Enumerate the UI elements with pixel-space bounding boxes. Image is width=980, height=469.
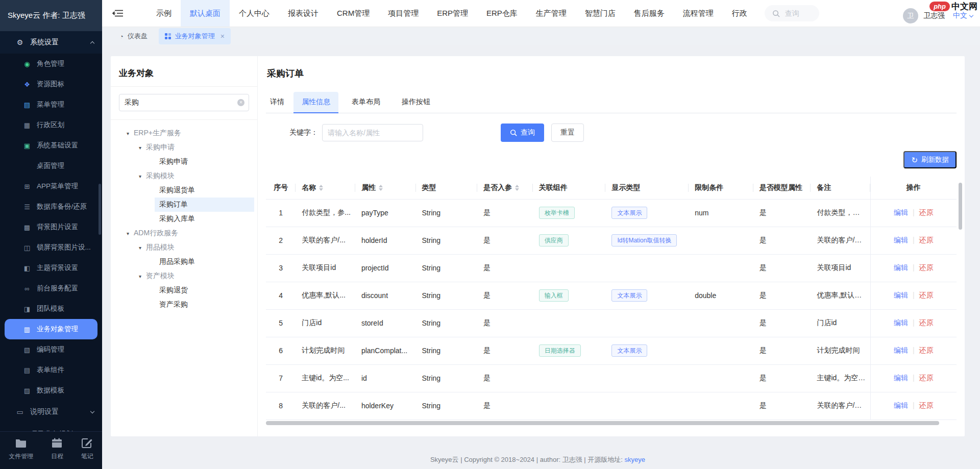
restore-link[interactable]: 还原 [919,291,934,299]
column-header-4[interactable]: 是否入参 [477,177,533,199]
tab-3[interactable]: 操作按钮 [394,92,438,113]
edit-link[interactable]: 编辑 [894,318,908,327]
sort-asc-icon[interactable] [319,185,323,187]
keyword-input[interactable] [322,124,423,141]
caret-down-icon[interactable]: ▾ [139,174,141,179]
reset-button[interactable]: 重置 [551,124,584,142]
restore-link[interactable]: 还原 [919,346,934,354]
sidebar-item-8[interactable]: ▩背景图片设置 [0,217,102,237]
page-tab-business-object[interactable]: 业务对象管理 × [159,28,231,44]
language-dropdown[interactable]: 中文 [953,11,973,20]
sort-icons[interactable] [319,185,323,191]
edit-link[interactable]: 编辑 [894,291,908,299]
nav-item-8[interactable]: 生产管理 [527,0,576,27]
collapse-sidebar-icon[interactable] [112,9,124,18]
refresh-data-button[interactable]: ↻ 刷新数据 [903,151,957,168]
tree-item-8[interactable]: ▾用品模块 [111,240,257,255]
caret-down-icon[interactable]: ▾ [139,274,141,279]
nav-item-9[interactable]: 智慧门店 [576,0,625,27]
sidebar-footer-item-0[interactable]: 文件管理 [9,438,33,461]
tree-search-input[interactable] [119,94,249,111]
tree-item-4[interactable]: 采购退货单 [111,183,257,198]
sidebar-item-12[interactable]: ◨团队模板 [0,299,102,319]
search-button[interactable]: 查询 [501,124,544,142]
sidebar-section-system-settings[interactable]: ⚙ 系统设置 [0,31,102,54]
edit-link[interactable]: 编辑 [894,236,908,244]
tree-item-0[interactable]: ▾ERP+生产服务 [111,126,257,140]
nav-item-10[interactable]: 售后服务 [625,0,674,27]
page-tab-dashboard[interactable]: ◔ 仪表盘 [113,28,154,44]
sidebar-item-7[interactable]: ☰数据库备份/还原 [0,196,102,217]
sort-desc-icon[interactable] [379,188,383,191]
sort-asc-icon[interactable] [379,185,383,187]
tree-item-11[interactable]: 采购退货 [111,283,257,298]
tree-item-2[interactable]: 采购申请 [111,155,257,169]
restore-link[interactable]: 还原 [919,236,934,244]
sidebar-item-5[interactable]: 桌面管理 [0,156,102,176]
caret-down-icon[interactable]: ▾ [139,245,141,251]
restore-link[interactable]: 还原 [919,401,934,409]
nav-search-input[interactable] [784,9,812,18]
restore-link[interactable]: 还原 [919,208,934,216]
sidebar-section-1[interactable]: ▤项目业务规划 [0,423,102,431]
sidebar-item-11[interactable]: ∞前台服务配置 [0,278,102,299]
tree-item-7[interactable]: ▾ADM行政服务 [111,226,257,240]
tab-2[interactable]: 表单布局 [344,92,388,113]
caret-down-icon[interactable]: ▾ [139,145,141,151]
sidebar-item-1[interactable]: ❖资源图标 [0,74,102,94]
sidebar-item-10[interactable]: ◧主题背景设置 [0,258,102,278]
nav-item-1[interactable]: 默认桌面 [181,0,230,27]
sidebar-item-4[interactable]: ▣系统基础设置 [0,135,102,156]
restore-link[interactable]: 还原 [919,263,934,271]
sidebar-footer-item-2[interactable]: 笔记 [81,438,93,461]
opensource-link[interactable]: skyeye [625,456,645,463]
tree-item-12[interactable]: 资产采购 [111,298,257,312]
sidebar-item-6[interactable]: ⊞APP菜单管理 [0,176,102,196]
tab-1[interactable]: 属性信息 [293,92,338,113]
sidebar-scrollbar[interactable] [99,184,101,235]
nav-item-12[interactable]: 行政 [723,0,756,27]
nav-item-3[interactable]: 报表设计 [279,0,328,27]
sidebar-item-2[interactable]: ▤菜单管理 [0,94,102,115]
tree-item-6[interactable]: 采购入库单 [111,212,257,226]
restore-link[interactable]: 还原 [919,318,934,327]
edit-link[interactable]: 编辑 [894,374,908,382]
nav-item-5[interactable]: 项目管理 [379,0,428,27]
sort-asc-icon[interactable] [515,185,519,187]
tab-0[interactable]: 详情 [266,92,288,113]
tree-item-5[interactable]: 采购订单 [111,198,257,212]
nav-item-7[interactable]: ERP仓库 [477,0,527,27]
close-icon[interactable]: × [220,33,225,40]
clear-input-icon[interactable]: × [237,99,244,106]
tree-item-1[interactable]: ▾采购申请 [111,140,257,155]
horizontal-scrollbar[interactable] [266,421,957,425]
nav-item-4[interactable]: CRM管理 [328,0,379,27]
tree-item-9[interactable]: 用品采购单 [111,255,257,269]
tree-item-3[interactable]: ▾采购模块 [111,169,257,183]
restore-link[interactable]: 还原 [919,374,934,382]
column-header-2[interactable]: 属性 [355,177,416,199]
user-name[interactable]: 卫志强 [923,11,945,20]
caret-down-icon[interactable]: ▾ [127,131,129,136]
nav-item-2[interactable]: 个人中心 [230,0,279,27]
avatar[interactable]: 卫 [903,8,918,23]
nav-item-6[interactable]: ERP管理 [428,0,477,27]
nav-item-0[interactable]: 示例 [147,0,181,27]
sidebar-item-0[interactable]: ◉角色管理 [0,54,102,74]
sidebar-item-16[interactable]: ▨数据模板 [0,380,102,401]
sidebar-item-14[interactable]: ▧编码管理 [0,339,102,360]
caret-down-icon[interactable]: ▾ [127,231,129,236]
vertical-scrollbar[interactable] [959,183,962,423]
tree-item-10[interactable]: ▾资产模块 [111,269,257,283]
sort-icons[interactable] [379,185,383,191]
sidebar-section-0[interactable]: ▭说明设置 [0,401,102,423]
sort-icons[interactable] [515,185,519,191]
nav-item-11[interactable]: 流程管理 [674,0,723,27]
sidebar-item-15[interactable]: ▤表单组件 [0,360,102,380]
sidebar-item-9[interactable]: ◫锁屏背景图片设... [0,237,102,258]
sidebar-item-13[interactable]: ▥业务对象管理 [5,319,97,339]
edit-link[interactable]: 编辑 [894,346,908,354]
edit-link[interactable]: 编辑 [894,208,908,216]
edit-link[interactable]: 编辑 [894,263,908,271]
sort-desc-icon[interactable] [515,188,519,191]
